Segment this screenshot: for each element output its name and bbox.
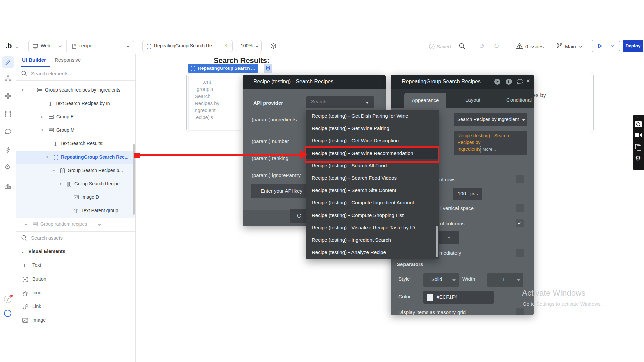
- preview-button[interactable]: [592, 40, 620, 52]
- palette-item-button[interactable]: Button: [16, 273, 135, 286]
- device-selector[interactable]: Web: [41, 43, 50, 48]
- visual-elements-header[interactable]: Visual Elements: [28, 249, 65, 254]
- tab-responsive[interactable]: Responsive: [55, 57, 81, 63]
- tab-conditional[interactable]: Conditional: [506, 97, 532, 103]
- palette-item-image[interactable]: Image: [16, 314, 135, 327]
- issues-indicator[interactable]: 0 issues: [525, 44, 544, 49]
- tree-item-repeatinggroup-search-rec[interactable]: ▾ RepeatingGroup Search Rec...: [16, 151, 135, 164]
- search-icon[interactable]: [459, 43, 465, 49]
- show-immediately-checkbox[interactable]: [516, 249, 524, 257]
- undo-icon[interactable]: ↺: [479, 42, 485, 50]
- tree-item-group-search-recipes-b[interactable]: ▾ Group Search Recipes b...: [16, 164, 135, 178]
- vertical-space-checkbox[interactable]: [516, 204, 524, 212]
- data-source-chip[interactable]: [264, 64, 272, 73]
- separator-color-input[interactable]: #ECF1F4: [423, 291, 494, 304]
- tree-item-group-random-recipes[interactable]: ▸ Group random recipes: [16, 218, 135, 231]
- dropdown-option[interactable]: Recipe (testing) - Get Dish Pairing for …: [306, 110, 439, 122]
- redo-icon[interactable]: ↻: [494, 42, 499, 50]
- deploy-button[interactable]: Deploy: [623, 40, 643, 52]
- zoom-control[interactable]: 100%: [236, 40, 262, 52]
- dropdown-option[interactable]: Recipe (testing) - Get Wine Pairing: [306, 122, 439, 134]
- caret-down-icon[interactable]: ▾: [46, 155, 48, 159]
- type-of-content-dropdown[interactable]: Search Recipes by Ingredient: [454, 113, 527, 126]
- data-source-field[interactable]: Recipe (testing) - Search Recipes by Ing…: [454, 131, 527, 155]
- tree-item-text-search-recipes-by-in[interactable]: T Text Search Recipes by In: [16, 97, 135, 111]
- tree-item-text-search-results[interactable]: T Text Search Results:: [16, 137, 135, 151]
- help-button[interactable]: ?: [4, 296, 11, 303]
- dropdown-option[interactable]: Recipe (testing) - Compute Shopping List: [306, 209, 439, 221]
- caret-down-icon[interactable]: ▾: [41, 128, 43, 132]
- tab-ui-builder[interactable]: UI Builder: [22, 57, 46, 63]
- branch-selector[interactable]: Main: [565, 44, 576, 49]
- chat-bubble-icon[interactable]: [5, 129, 11, 135]
- chevron-down-icon[interactable]: [126, 45, 130, 47]
- palette-item-text[interactable]: T Text: [16, 259, 135, 273]
- separator-width-dropdown[interactable]: 1: [487, 273, 523, 287]
- close-tab-icon[interactable]: ×: [224, 43, 227, 49]
- chevron-down-icon[interactable]: [59, 45, 62, 47]
- tree-item-group-e[interactable]: ▸ Group E: [16, 111, 135, 124]
- logs-chart-icon[interactable]: [5, 183, 11, 189]
- columns-count-dropdown[interactable]: [439, 231, 459, 244]
- settings-gear-icon[interactable]: ⚙: [4, 163, 11, 171]
- dropdown-option[interactable]: Recipe (testing) - Visualize Recipe Tast…: [306, 221, 439, 234]
- dropdown-option[interactable]: Recipe (testing) - Search Food Videos: [306, 172, 439, 184]
- caret-down-icon[interactable]: ▾: [53, 168, 55, 173]
- caret-down-icon[interactable]: ▾: [22, 250, 24, 254]
- component-cube-icon[interactable]: [270, 43, 276, 49]
- search-assets-input[interactable]: Search assets: [31, 235, 63, 241]
- dropdown-scrollbar[interactable]: [436, 226, 438, 257]
- palette-item-icon[interactable]: Icon: [16, 287, 135, 300]
- preview-play-icon[interactable]: [494, 78, 501, 85]
- columns-checkbox-checked[interactable]: ✓: [516, 219, 524, 227]
- comment-bubble-icon[interactable]: [516, 79, 524, 85]
- row-height-unit[interactable]: px: [470, 191, 475, 196]
- more-dots-icon[interactable]: ⋯: [636, 115, 639, 119]
- tree-item-text-parent-group[interactable]: T Text Parent group...: [16, 204, 135, 218]
- fixed-rows-checkbox[interactable]: [516, 175, 524, 183]
- more-button[interactable]: More...: [480, 146, 498, 153]
- repeating-group-first-cell[interactable]: ..ent group's Search Recipes by Ingredie…: [189, 74, 241, 130]
- plugin-icon[interactable]: [5, 147, 11, 154]
- dropdown-option[interactable]: Recipe (testing) - Search Site Content: [306, 184, 439, 196]
- panel-header[interactable]: RepeatingGroup Search Recipes ×: [391, 75, 534, 89]
- palette-item-link[interactable]: Link: [16, 300, 135, 314]
- grid-layout-icon[interactable]: [5, 93, 11, 99]
- logo-chevron-down-icon[interactable]: [15, 47, 19, 49]
- tree-item-image-d[interactable]: Image D: [16, 191, 135, 204]
- tab-appearance[interactable]: Appearance: [404, 93, 446, 108]
- search-elements-input[interactable]: Search elements: [31, 71, 69, 76]
- separator-style-dropdown[interactable]: Solid: [423, 273, 459, 287]
- selected-element-badge[interactable]: RepeatingGroup Search ...: [188, 64, 258, 73]
- tree-item-group-search-recipe[interactable]: ▾ Group Search Recipe...: [16, 178, 135, 191]
- design-tool-active-bg[interactable]: [2, 56, 14, 68]
- caret-right-icon[interactable]: ▸: [41, 115, 43, 119]
- chevron-down-icon[interactable]: [611, 45, 614, 47]
- assistant-button[interactable]: [4, 310, 11, 317]
- dropdown-option[interactable]: Recipe (testing) - Analyze Recipe: [306, 246, 439, 258]
- gear-icon[interactable]: ⚙: [635, 154, 641, 162]
- dropdown-option[interactable]: Recipe (testing) - Get Wine Description: [306, 134, 439, 147]
- dropdown-option[interactable]: Recipe (testing) - Compute Ingredient Am…: [306, 196, 439, 209]
- tab-layout[interactable]: Layout: [465, 97, 480, 103]
- dropdown-option[interactable]: Recipe (testing) - Ingredient Search: [306, 234, 439, 246]
- modal-header[interactable]: Recipe (testing) - Search Recipes: [243, 75, 386, 89]
- caret-down-icon[interactable]: ▾: [22, 88, 24, 92]
- element-tab[interactable]: RepeatingGroup Search Re... ×: [142, 40, 233, 52]
- bubble-logo[interactable]: .b: [5, 42, 12, 50]
- info-icon[interactable]: [505, 78, 512, 85]
- masonry-checkbox[interactable]: [516, 308, 524, 315]
- chevron-down-icon[interactable]: [579, 46, 582, 48]
- row-height-input[interactable]: 100 px: [453, 188, 482, 200]
- caret-right-icon[interactable]: ▸: [25, 222, 27, 226]
- caret-down-icon[interactable]: ▾: [60, 182, 62, 186]
- workflow-nodes-icon[interactable]: [5, 74, 11, 81]
- eye-closed-icon[interactable]: [97, 223, 102, 226]
- tree-item-group-m[interactable]: ▾ Group M: [16, 124, 135, 137]
- tree-item-group-search-recipes-by-ingredients[interactable]: ▾ Group search recipes by ingredients: [16, 84, 135, 97]
- copy-icon[interactable]: [635, 144, 642, 151]
- camera-icon[interactable]: [635, 121, 642, 127]
- page-selector[interactable]: recipe: [79, 43, 92, 48]
- database-icon[interactable]: [5, 111, 11, 117]
- video-camera-icon[interactable]: [635, 133, 642, 138]
